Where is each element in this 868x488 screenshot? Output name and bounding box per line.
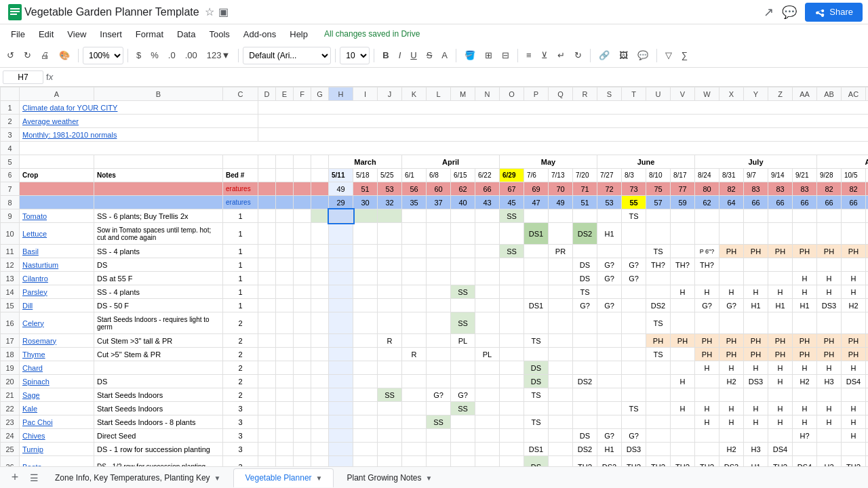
crop-beets[interactable]: Beets (20, 456, 94, 467)
normals-link[interactable]: Monthly: 1981-2010 normals (22, 131, 117, 139)
avg-weather-cell[interactable]: Average weather (20, 115, 258, 128)
date-928[interactable]: 9/28 (817, 169, 842, 182)
star-icon[interactable]: ☆ (205, 5, 214, 18)
menu-tools[interactable]: Tools (203, 28, 235, 41)
date-511[interactable]: 5/11 (329, 169, 353, 182)
col-header-J[interactable]: J (378, 87, 402, 101)
cell-reference-input[interactable] (3, 70, 43, 84)
crop-kale[interactable]: Kale (20, 402, 94, 415)
col-header-O[interactable]: O (500, 87, 524, 101)
crop-parsley[interactable]: Parsley (20, 285, 94, 299)
comment-button[interactable]: 💬 (633, 47, 652, 63)
date-622[interactable]: 6/22 (475, 169, 500, 182)
strikethrough-button[interactable]: S (422, 47, 437, 63)
date-83[interactable]: 8/3 (622, 169, 646, 182)
col-header-AB[interactable]: AB (817, 87, 842, 101)
filter-button[interactable]: ▽ (661, 47, 676, 63)
col-header-AA[interactable]: AA (793, 87, 817, 101)
currency-button[interactable]: $ (132, 47, 145, 63)
col-header-T[interactable]: T (622, 87, 646, 101)
drive-icon[interactable]: ▣ (218, 5, 229, 18)
crop-thyme[interactable]: Thyme (20, 348, 94, 361)
date-76[interactable]: 7/6 (524, 169, 549, 182)
avg-weather-link[interactable]: Average weather (22, 117, 79, 125)
climate-link[interactable]: Climate data for YOUR CITY (22, 104, 117, 112)
col-header-A[interactable]: A (20, 87, 94, 101)
menu-data[interactable]: Data (172, 28, 201, 41)
col-header-P[interactable]: P (524, 87, 549, 101)
date-727[interactable]: 7/27 (597, 169, 622, 182)
add-sheet-button[interactable]: + (5, 468, 24, 487)
menu-help[interactable]: Help (284, 28, 313, 41)
col-header-F[interactable]: F (294, 87, 311, 101)
format-number-button[interactable]: 123▼ (203, 47, 235, 63)
col-header-B[interactable]: B (94, 87, 223, 101)
crop-turnip[interactable]: Turnip (20, 443, 94, 456)
bold-button[interactable]: B (378, 47, 393, 63)
col-header-Q[interactable]: Q (549, 87, 573, 101)
col-header-I[interactable]: I (353, 87, 378, 101)
date-61[interactable]: 6/1 (402, 169, 427, 182)
print-button[interactable]: 🖨 (37, 47, 54, 63)
menu-addons[interactable]: Add-ons (238, 28, 281, 41)
valign-button[interactable]: ⊻ (537, 47, 552, 63)
rotate-button[interactable]: ↻ (570, 47, 586, 63)
col-header-H[interactable]: H (329, 87, 353, 101)
date-68[interactable]: 6/8 (427, 169, 451, 182)
sheet-menu-button[interactable]: ☰ (24, 468, 43, 487)
crop-cilantro[interactable]: Cilantro (20, 272, 94, 285)
date-615[interactable]: 6/15 (451, 169, 475, 182)
crop-celery[interactable]: Celery (20, 312, 94, 334)
crop-basil[interactable]: Basil (20, 245, 94, 258)
crop-nasturtium[interactable]: Nasturtium (20, 258, 94, 272)
align-button[interactable]: ≡ (522, 47, 536, 63)
col-header-X[interactable]: X (719, 87, 744, 101)
date-629[interactable]: 6/29 (500, 169, 524, 182)
menu-file[interactable]: File (5, 28, 31, 41)
col-header-W[interactable]: W (695, 87, 719, 101)
menu-view[interactable]: View (62, 28, 92, 41)
function-button[interactable]: ∑ (677, 47, 692, 63)
tab-vegetable-planner[interactable]: Vegetable Planner ▼ (233, 468, 334, 487)
decimal-up-button[interactable]: .00 (181, 47, 201, 63)
crop-chives[interactable]: Chives (20, 429, 94, 443)
link-button[interactable]: 🔗 (595, 47, 614, 63)
comments-icon[interactable]: 💬 (782, 5, 797, 20)
col-header-C[interactable]: C (223, 87, 258, 101)
date-525[interactable]: 5/25 (378, 169, 402, 182)
percent-button[interactable]: % (146, 47, 163, 63)
col-header-Z[interactable]: Z (768, 87, 793, 101)
borders-button[interactable]: ⊞ (481, 47, 496, 63)
crop-tomato[interactable]: Tomato (20, 209, 94, 223)
climate-link-cell[interactable]: Climate data for YOUR CITY (20, 101, 258, 115)
col-header-V[interactable]: V (671, 87, 695, 101)
col-header-M[interactable]: M (451, 87, 475, 101)
date-97[interactable]: 9/7 (744, 169, 768, 182)
menu-edit[interactable]: Edit (33, 28, 59, 41)
col-header-R[interactable]: R (573, 87, 597, 101)
col-header-G[interactable]: G (311, 87, 329, 101)
crop-dill[interactable]: Dill (20, 299, 94, 312)
decimal-down-button[interactable]: .0 (164, 47, 180, 63)
date-831[interactable]: 8/31 (719, 169, 744, 182)
date-817[interactable]: 8/17 (671, 169, 695, 182)
formula-input[interactable] (56, 70, 865, 83)
image-button[interactable]: 🖼 (615, 47, 632, 63)
fill-color-button[interactable]: 🪣 (460, 47, 479, 63)
share-button[interactable]: Share (805, 3, 863, 22)
font-select[interactable]: Default (Ari... (243, 47, 331, 64)
merge-button[interactable]: ⊟ (498, 47, 513, 63)
date-518[interactable]: 5/18 (353, 169, 378, 182)
tab-zone-info[interactable]: Zone Info, Key Temperatures, Planting Ke… (43, 468, 232, 487)
date-914[interactable]: 9/14 (768, 169, 793, 182)
crop-sage[interactable]: Sage (20, 388, 94, 402)
date-713[interactable]: 7/13 (549, 169, 573, 182)
col-header-E[interactable]: E (276, 87, 294, 101)
date-720[interactable]: 7/20 (573, 169, 597, 182)
zoom-select[interactable]: 100% (83, 47, 123, 64)
col-header-AC[interactable]: AC (842, 87, 866, 101)
date-921[interactable]: 9/21 (793, 169, 817, 182)
col-header-L[interactable]: L (427, 87, 451, 101)
spreadsheet-scroll[interactable]: A B C D E F G H I J K L M N O P (0, 87, 868, 466)
date-105[interactable]: 10/5 (842, 169, 866, 182)
